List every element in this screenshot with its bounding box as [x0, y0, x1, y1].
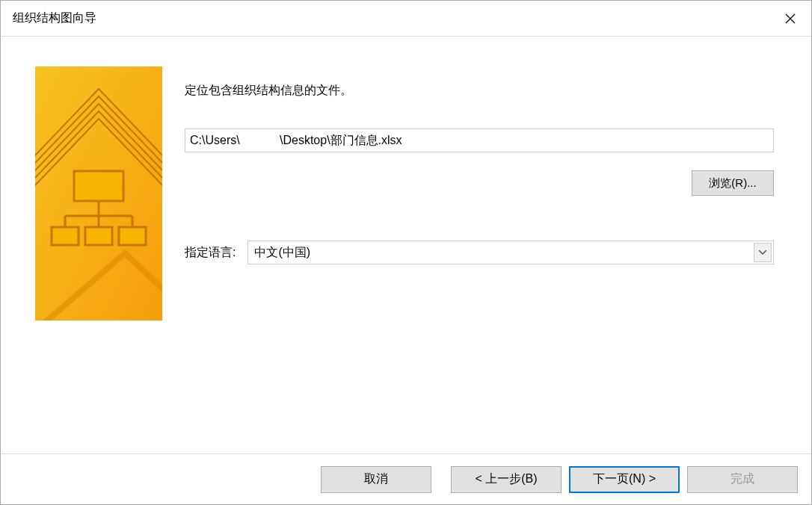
browse-row: 浏览(R)... — [185, 170, 774, 196]
previous-button[interactable]: < 上一步(B) — [451, 466, 562, 493]
instruction-text: 定位包含组织结构信息的文件。 — [185, 83, 774, 99]
org-chart-icon — [35, 66, 162, 320]
cancel-button[interactable]: 取消 — [321, 466, 431, 493]
content-area: 定位包含组织结构信息的文件。 浏览(R)... 指定语言: 中文(中国) — [1, 37, 811, 453]
file-path-input[interactable] — [185, 128, 774, 152]
language-value: 中文(中国) — [254, 245, 310, 261]
finish-button: 完成 — [687, 466, 798, 493]
svg-rect-11 — [119, 227, 146, 245]
svg-rect-3 — [74, 171, 123, 201]
close-button[interactable] — [769, 1, 811, 37]
language-row: 指定语言: 中文(中国) — [185, 241, 774, 264]
language-label: 指定语言: — [185, 245, 236, 261]
svg-rect-10 — [85, 227, 112, 245]
svg-rect-9 — [52, 227, 79, 245]
titlebar: 组织结构图向导 — [1, 1, 811, 37]
close-icon — [785, 13, 796, 24]
chevron-down-icon — [754, 243, 772, 262]
main-panel: 定位包含组织结构信息的文件。 浏览(R)... 指定语言: 中文(中国) — [185, 66, 774, 453]
wizard-dialog: 组织结构图向导 — [0, 0, 812, 505]
language-select[interactable]: 中文(中国) — [247, 241, 774, 264]
footer-buttons: 取消 < 上一步(B) 下一页(N) > 完成 — [1, 453, 811, 504]
dialog-title: 组织结构图向导 — [13, 10, 96, 26]
browse-button[interactable]: 浏览(R)... — [692, 170, 774, 196]
wizard-graphic — [35, 66, 162, 320]
next-button[interactable]: 下一页(N) > — [569, 466, 680, 493]
